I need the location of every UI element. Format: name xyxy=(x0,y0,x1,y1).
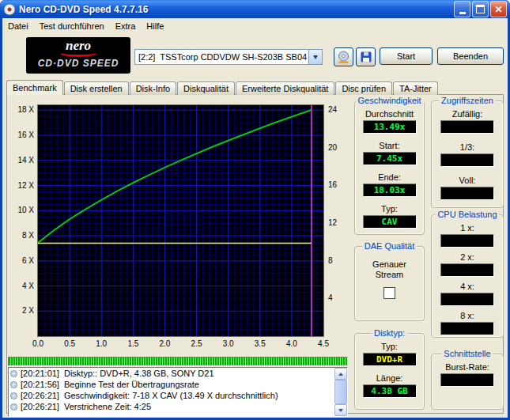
minimize-button[interactable] xyxy=(454,1,470,17)
client-area: Datei Test durchführen Extra Hilfe nero … xyxy=(2,18,508,418)
x-axis-labels: 0.00.51.01.52.02.53.03.54.04.5 xyxy=(38,339,323,349)
field-zufaellig: Zufällig: xyxy=(440,109,494,134)
panel-title: Zugriffszeiten xyxy=(439,96,496,105)
log-text: Disktyp:: DVD+R, 4.38 GB, SONY D21 xyxy=(64,369,214,378)
log-text: Geschwindigkeit: 7-18 X CAV (13.49 X dur… xyxy=(64,391,278,400)
panel-dae-qualitaet: DAE Qualität Genauer Stream xyxy=(354,246,425,321)
field-8x: 8 x: xyxy=(440,311,494,335)
arrow-down-icon xyxy=(338,409,343,414)
scroll-down-button[interactable] xyxy=(334,404,347,416)
log-text: Beginne Test der Übertragungsrate xyxy=(64,380,199,389)
axis-tick-label: 14 X xyxy=(17,156,34,165)
axis-tick-label: 24 xyxy=(328,105,337,114)
field-start: Start: 7.45x xyxy=(363,141,417,165)
field-1x: 1 x: xyxy=(440,223,494,248)
disc-eject-icon xyxy=(337,51,350,64)
disc-icon xyxy=(10,403,17,411)
value-display xyxy=(440,234,494,248)
read-speed-curve xyxy=(38,110,312,243)
field-label: Ende: xyxy=(378,172,401,183)
field-label: 1/3: xyxy=(460,142,474,153)
menu-test-durchfuehren[interactable]: Test durchführen xyxy=(34,19,110,33)
panel-title: Disktyp: xyxy=(372,328,407,338)
panel-zugriffszeiten: Zugriffszeiten Zufällig: 1/3: Voll: xyxy=(431,100,504,208)
axis-tick-label: 20 xyxy=(328,143,337,152)
value-display xyxy=(440,322,494,335)
axis-tick-label: 4.5 xyxy=(314,339,333,348)
axis-tick-label: 3.0 xyxy=(219,339,238,348)
field-label: Burst-Rate: xyxy=(445,362,489,373)
field-label: Typ: xyxy=(381,342,398,352)
scroll-thumb[interactable] xyxy=(334,380,347,404)
genauer-stream-label: Genauer Stream xyxy=(365,259,415,280)
log-list[interactable]: [20:21:01] Disktyp:: DVD+R, 4.38 GB, SON… xyxy=(8,367,348,417)
product-name: CD·DVD SPEED xyxy=(26,58,130,69)
panel-cpu-belastung: CPU Belastung 1 x: 2 x: 4 x: 8 x: xyxy=(431,214,504,338)
field-4x: 4 x: xyxy=(440,282,494,306)
value-display: DVD+R xyxy=(363,353,417,366)
scroll-up-button[interactable] xyxy=(334,368,347,380)
log-entry: [20:26:21] Geschwindigkeit: 7-18 X CAV (… xyxy=(9,390,347,401)
field-label: Länge: xyxy=(376,373,403,384)
speed-chart xyxy=(38,105,323,336)
field-label: Typ: xyxy=(381,204,398,214)
panel-disktyp: Disktyp: Typ: DVD+R Länge: 4.38 GB xyxy=(354,333,425,410)
tab-diskqualitaet[interactable]: Diskqualität xyxy=(177,81,235,95)
panel-title: DAE Qualität xyxy=(362,241,417,251)
right-axis-labels: 2420161284 xyxy=(327,105,347,336)
menu-hilfe[interactable]: Hilfe xyxy=(141,19,169,33)
log-entry: [20:26:21] Verstrichene Zeit: 4:25 xyxy=(9,401,347,412)
panel-title: CPU Belastung xyxy=(435,210,499,219)
close-button[interactable]: ✕ xyxy=(490,1,507,17)
value-display xyxy=(440,187,494,200)
field-label: Start: xyxy=(379,141,399,151)
menu-datei[interactable]: Datei xyxy=(2,19,34,33)
tab-disk-erstellen[interactable]: Disk erstellen xyxy=(64,81,129,95)
chevron-down-icon[interactable] xyxy=(308,50,322,64)
tab-erweiterte-diskqualitaet[interactable]: Erweiterte Diskqualität xyxy=(236,81,334,95)
value-display xyxy=(440,153,494,167)
value-display xyxy=(440,263,494,277)
tab-disk-info[interactable]: Disk-Info xyxy=(130,81,176,95)
axis-tick-label: 6 X xyxy=(22,256,34,265)
titlebar: Nero CD-DVD Speed 4.7.7.16 ✕ xyxy=(0,0,510,18)
field-label: Durchschnitt xyxy=(365,109,414,119)
maximize-button[interactable] xyxy=(472,1,489,17)
axis-tick-label: 0.5 xyxy=(60,339,79,348)
field-disk-typ: Typ: DVD+R xyxy=(363,342,417,366)
save-button[interactable] xyxy=(356,47,376,66)
axis-tick-label: 18 X xyxy=(17,105,34,114)
field-typ: Typ: CAV xyxy=(363,204,417,229)
eject-disc-button[interactable] xyxy=(334,47,353,66)
value-display: 7.45x xyxy=(363,152,417,165)
field-ende: Ende: 18.03x xyxy=(363,172,417,197)
axis-tick-label: 2 X xyxy=(22,306,34,315)
genauer-stream-checkbox[interactable] xyxy=(383,287,395,299)
log-entry: [20:21:01] Disktyp:: DVD+R, 4.38 GB, SON… xyxy=(9,368,347,379)
disc-icon xyxy=(10,392,17,399)
tab-disc-pruefen[interactable]: Disc prüfen xyxy=(335,81,392,95)
log-scrollbar[interactable] xyxy=(334,368,347,416)
log-text: Verstrichene Zeit: 4:25 xyxy=(64,402,151,411)
axis-tick-label: 1.5 xyxy=(123,339,142,348)
axis-tick-label: 0.0 xyxy=(28,339,47,348)
value-display: CAV xyxy=(363,215,417,229)
tab-benchmark[interactable]: Benchmark xyxy=(6,80,63,95)
log-time: [20:21:56] xyxy=(21,380,59,389)
axis-tick-label: 2.5 xyxy=(187,339,206,348)
app-icon xyxy=(3,3,16,16)
disc-icon xyxy=(10,381,17,388)
menu-extra[interactable]: Extra xyxy=(110,19,142,33)
log-entry: [20:21:56] Beginne Test der Übertragungs… xyxy=(9,379,347,390)
start-button[interactable]: Start xyxy=(380,47,433,65)
app-window: Nero CD-DVD Speed 4.7.7.16 ✕ Datei Test … xyxy=(0,0,510,420)
beenden-button[interactable]: Beenden xyxy=(437,47,504,65)
field-label: Zufällig: xyxy=(452,109,483,119)
tab-ta-jitter[interactable]: TA-Jitter xyxy=(393,81,438,95)
axis-tick-label: 2.0 xyxy=(155,339,174,348)
field-label: Voll: xyxy=(459,176,476,186)
panel-title: Schnittstelle xyxy=(441,349,493,358)
drive-select[interactable]: [2:2] TSSTcorp CDDVDW SH-S203B SB04 xyxy=(134,49,323,65)
disc-icon xyxy=(10,370,17,377)
axis-tick-label: 8 X xyxy=(22,231,34,240)
